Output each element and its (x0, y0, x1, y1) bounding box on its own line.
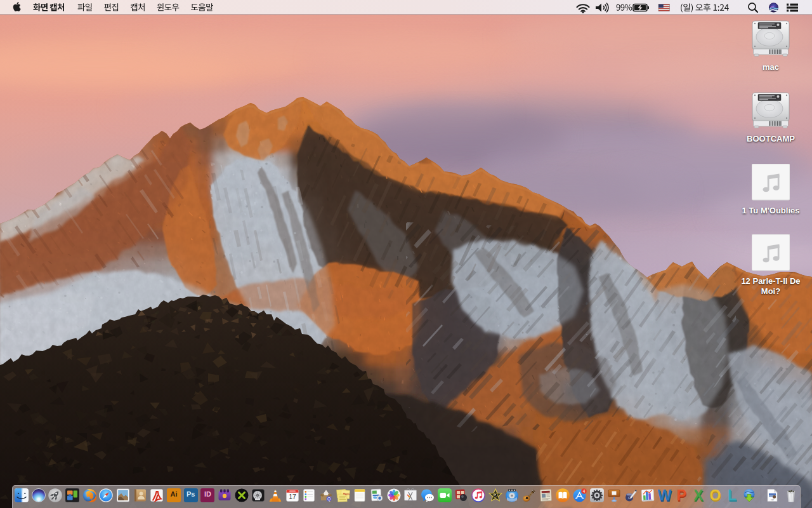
svg-text:4: 4 (583, 489, 586, 493)
svg-text:Rgds: Rgds (343, 492, 350, 496)
svg-text:17: 17 (289, 493, 296, 500)
svg-text:Q: Q (327, 497, 331, 502)
svg-text:aqz: aqz (771, 498, 774, 501)
